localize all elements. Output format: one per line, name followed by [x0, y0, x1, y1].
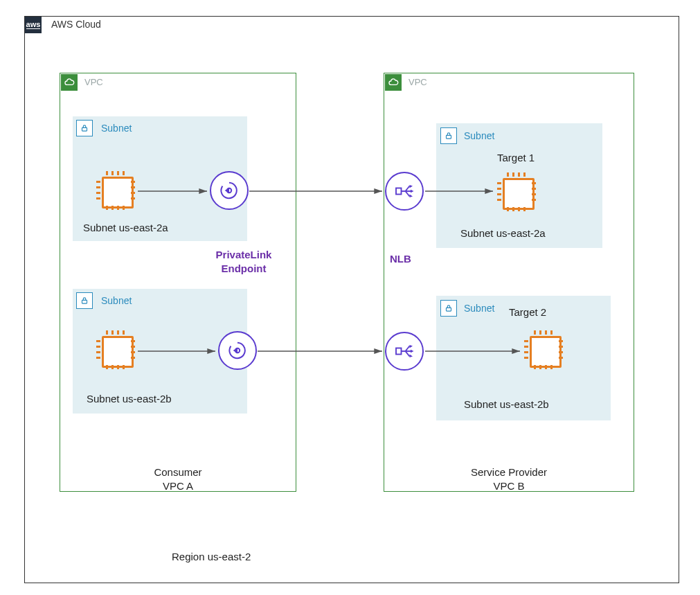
vpc-a-icon	[61, 74, 78, 91]
svg-marker-13	[410, 195, 413, 198]
vpc-b-target-2-label: Target 2	[509, 306, 546, 318]
svg-rect-4	[447, 135, 451, 139]
vpc-a-subnet-bottom-icon	[76, 292, 93, 309]
svg-rect-1	[82, 300, 87, 303]
vpc-a-subnet-top-label: Subnet	[101, 123, 132, 134]
vpc-b-subnet-top-label: Subnet	[464, 130, 494, 141]
cloud-icon	[388, 77, 399, 88]
svg-rect-14	[396, 348, 402, 355]
compute-chip-icon	[95, 170, 136, 211]
svg-marker-20	[411, 350, 414, 353]
svg-line-16	[406, 346, 410, 352]
privatelink-endpoint-label: PrivateLink Endpoint	[209, 248, 278, 275]
lock-icon	[80, 123, 89, 133]
vpc-b-subnet-bottom-icon	[440, 300, 457, 317]
vpc-b-caption: Service Provider VPC B	[384, 465, 634, 494]
diagram-canvas: aws AWS Cloud VPC Subnet Subnet us-east-…	[0, 0, 700, 595]
lock-icon	[444, 303, 454, 313]
vpc-b-target-1-label: Target 1	[497, 152, 535, 163]
compute-chip-icon	[95, 329, 136, 371]
vpc-b-badge-label: VPC	[409, 77, 427, 87]
privatelink-endpoint-icon	[210, 171, 249, 210]
vpc-a-badge-label: VPC	[84, 77, 103, 87]
vpc-b-subnet-bottom-zone: Subnet us-east-2b	[464, 398, 549, 410]
svg-rect-5	[447, 308, 451, 311]
compute-chip-icon	[523, 329, 564, 371]
lock-icon	[444, 131, 454, 141]
aws-logo-icon: aws	[25, 17, 42, 33]
nlb-label: NLB	[390, 253, 411, 265]
vpc-a-subnet-bottom-label: Subnet	[101, 295, 132, 306]
svg-line-10	[406, 191, 410, 197]
svg-marker-19	[410, 345, 413, 348]
compute-chip-icon	[496, 171, 537, 213]
vpc-a-subnet-top-zone: Subnet us-east-2a	[83, 222, 168, 233]
svg-line-8	[406, 186, 410, 192]
vpc-a-subnet-bottom-zone: Subnet us-east-2b	[87, 393, 172, 405]
cloud-icon	[64, 77, 75, 88]
vpc-b-icon	[385, 74, 402, 91]
nlb-icon	[385, 172, 424, 211]
svg-marker-11	[410, 185, 413, 188]
svg-marker-12	[411, 190, 414, 193]
vpc-a-caption: Consumer VPC A	[60, 465, 296, 494]
lock-icon	[80, 296, 89, 305]
vpc-b-subnet-bottom-label: Subnet	[464, 303, 494, 314]
vpc-a-subnet-top-icon	[76, 120, 93, 136]
svg-rect-0	[82, 127, 87, 131]
region-label: Region us-east-2	[172, 551, 251, 562]
nlb-icon	[385, 332, 424, 371]
vpc-b-subnet-top-zone: Subnet us-east-2a	[460, 227, 546, 239]
privatelink-endpoint-icon	[218, 331, 257, 370]
svg-marker-21	[410, 355, 413, 358]
svg-line-18	[406, 351, 410, 357]
svg-rect-6	[396, 188, 402, 195]
vpc-b-subnet-top-icon	[440, 127, 457, 144]
aws-cloud-label: AWS Cloud	[51, 19, 101, 30]
